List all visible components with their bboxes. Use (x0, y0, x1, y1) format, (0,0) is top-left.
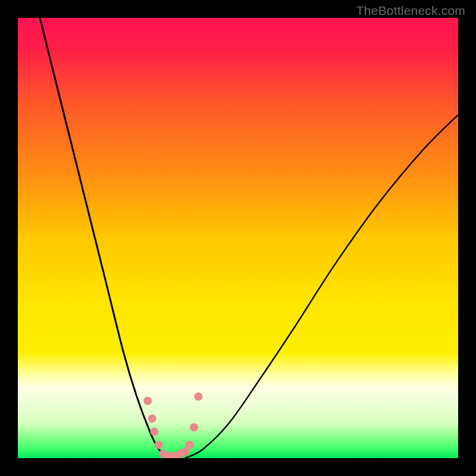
highlight-marker (190, 423, 198, 431)
highlight-marker (155, 441, 163, 449)
highlight-marker (143, 397, 152, 405)
highlight-marker (150, 428, 158, 436)
chart-curves (18, 18, 458, 458)
highlight-markers-group (143, 392, 202, 458)
chart-container (18, 18, 458, 458)
highlight-marker (148, 414, 156, 422)
watermark-text: TheBottleneck.com (356, 4, 465, 18)
bottleneck-curve-left (40, 18, 172, 458)
highlight-marker (194, 392, 202, 400)
bottleneck-curve-right (185, 115, 458, 458)
highlight-marker (186, 441, 194, 449)
